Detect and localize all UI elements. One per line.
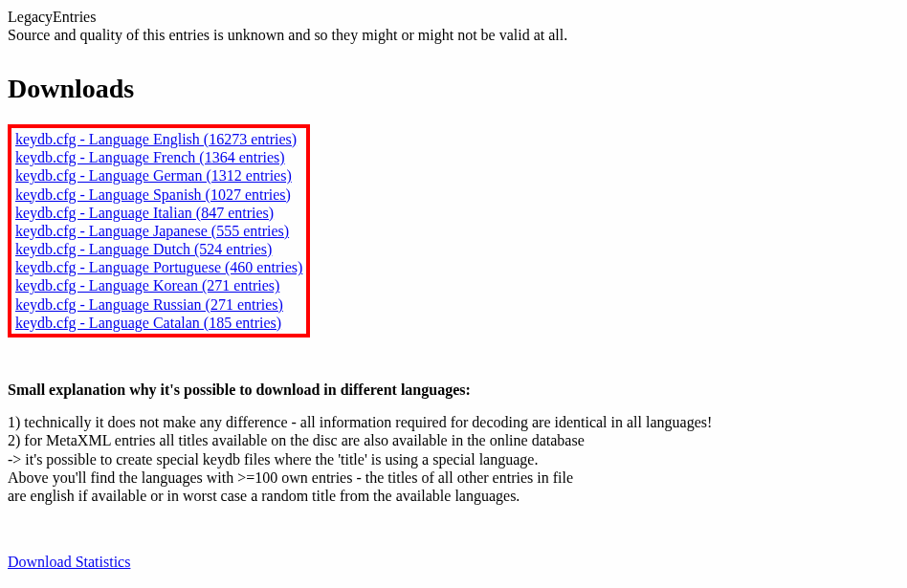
download-statistics-link[interactable]: Download Statistics — [8, 554, 130, 570]
explanation-line-1: 1) technically it does not make any diff… — [8, 413, 899, 431]
explanation-line-2: 2) for MetaXML entries all titles availa… — [8, 431, 899, 449]
explanation-block: 1) technically it does not make any diff… — [8, 413, 899, 505]
download-link-russian[interactable]: keydb.cfg - Language Russian (271 entrie… — [15, 295, 302, 314]
download-link-english[interactable]: keydb.cfg - Language English (16273 entr… — [15, 130, 302, 148]
downloads-box: keydb.cfg - Language English (16273 entr… — [8, 124, 310, 338]
download-link-portuguese[interactable]: keydb.cfg - Language Portuguese (460 ent… — [15, 258, 302, 276]
explanation-line-3: -> it's possible to create special keydb… — [8, 450, 899, 468]
explanation-heading: Small explanation why it's possible to d… — [8, 381, 899, 399]
download-link-german[interactable]: keydb.cfg - Language German (1312 entrie… — [15, 166, 302, 185]
downloads-heading: Downloads — [8, 73, 899, 105]
legacy-entries-title: LegacyEntries — [8, 8, 899, 26]
download-link-korean[interactable]: keydb.cfg - Language Korean (271 entries… — [15, 276, 302, 294]
download-link-spanish[interactable]: keydb.cfg - Language Spanish (1027 entri… — [15, 185, 302, 204]
legacy-entries-subtitle: Source and quality of this entries is un… — [8, 26, 899, 44]
download-link-catalan[interactable]: keydb.cfg - Language Catalan (185 entrie… — [15, 314, 302, 332]
explanation-line-4: Above you'll find the languages with >=1… — [8, 468, 899, 487]
download-link-french[interactable]: keydb.cfg - Language French (1364 entrie… — [15, 148, 302, 166]
explanation-line-5: are english if available or in worst cas… — [8, 487, 899, 505]
download-link-italian[interactable]: keydb.cfg - Language Italian (847 entrie… — [15, 204, 302, 222]
download-link-dutch[interactable]: keydb.cfg - Language Dutch (524 entries) — [15, 240, 302, 258]
download-link-japanese[interactable]: keydb.cfg - Language Japanese (555 entri… — [15, 222, 302, 240]
header-block: LegacyEntries Source and quality of this… — [8, 8, 899, 44]
